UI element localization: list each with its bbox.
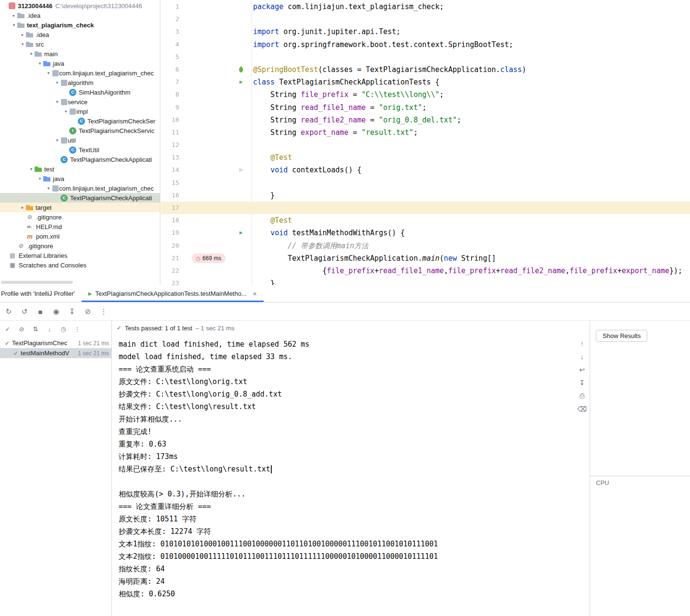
spring-leaf-icon[interactable] [235, 63, 247, 76]
chevron-down-icon[interactable]: ▾ [28, 51, 35, 56]
tree-row[interactable]: ▾java [0, 174, 160, 183]
tree-row[interactable]: ▾impl [0, 107, 160, 116]
code-line[interactable]: 6@SpringBootTest(classes = TextPlagiaris… [161, 63, 690, 76]
tree-row[interactable]: ▸.idea [0, 11, 160, 20]
navigate-icon[interactable]: ↓ [46, 326, 53, 333]
tree-row[interactable]: CTextPlagiarismCheckApplicati [0, 155, 160, 164]
chevron-down-icon[interactable]: ▾ [28, 167, 35, 171]
tree-row-label: TextPlagiarismCheckSer [87, 118, 156, 125]
sort-alphabetically-icon[interactable]: ⇅ [32, 326, 39, 333]
code-line[interactable]: 16 } [161, 189, 690, 202]
tree-row[interactable]: ▾util [0, 135, 160, 145]
tree-row[interactable]: ▸.idea [0, 30, 160, 39]
tree-row[interactable]: ▾main [0, 49, 160, 59]
chevron-down-icon[interactable]: ▾ [54, 138, 61, 143]
sort-by-duration-icon[interactable]: ◷ [60, 326, 67, 333]
code-line[interactable]: 21◷669 ms TextPlagiarismCheckApplication… [161, 252, 690, 265]
code-line[interactable]: 10 String read_file2_name = "orig_0.8_de… [161, 114, 690, 126]
chevron-down-icon[interactable]: ▾ [54, 99, 61, 104]
code-line[interactable]: 14▷ void contextLoads() { [161, 164, 690, 176]
chevron-down-icon[interactable]: ▾ [62, 109, 69, 114]
tab-profile[interactable]: Profile with 'IntelliJ Profiler' [0, 290, 82, 297]
code-line[interactable]: 12 [161, 139, 690, 151]
tree-row-label: HELP.md [36, 223, 62, 230]
tree-row[interactable]: CTextPlagiarismCheckApplicati [0, 193, 160, 203]
show-passed-icon[interactable]: ✓ [4, 326, 12, 333]
tree-row[interactable]: ▾src [0, 39, 160, 49]
suspend-icon[interactable]: ⊘ [84, 307, 92, 316]
tree-row[interactable]: ▾com.linjiajun.text_plagiarism_chec [0, 183, 160, 193]
chevron-right-icon[interactable]: ▸ [19, 205, 26, 210]
code-line[interactable]: 9 String read_file1_name = "orig.txt"; [161, 101, 690, 114]
editor-code[interactable]: 1package com.linjiajun.text_plagiarism_c… [161, 0, 690, 285]
test-tree-item[interactable]: ✓testMainMethodV1 sec 21 ms [0, 348, 111, 358]
code-line[interactable]: 8 String file_prefix = "C:\\test\\long\\… [161, 88, 690, 101]
run-test-icon[interactable]: ▶ [235, 76, 247, 88]
chevron-down-icon[interactable]: ▾ [19, 42, 26, 47]
rerun-failed-tests-icon[interactable]: ↺ [21, 307, 28, 316]
tree-row[interactable]: CTextUtil [0, 145, 160, 155]
tree-row[interactable]: ⊘.gitignore [0, 212, 160, 222]
code-line[interactable]: 3import org.junit.jupiter.api.Test; [161, 25, 690, 38]
code-line[interactable]: 20 // 带参数调用main方法 [161, 240, 690, 252]
tree-row[interactable]: ▾text_plagiarism_check [0, 20, 160, 30]
tree-row[interactable]: CSimHashAlgorithm [0, 87, 160, 97]
more-icon[interactable]: ⋮ [73, 326, 81, 333]
snapshot-icon[interactable]: ◉ [52, 307, 60, 316]
code-line[interactable]: 4import org.springframework.boot.test.co… [161, 38, 690, 51]
chevron-down-icon[interactable]: ▾ [54, 80, 61, 85]
tree-row[interactable]: 3123004446C:\develop\project\3123004446 [0, 1, 160, 11]
tree-horizontal-scrollbar[interactable] [1, 281, 73, 284]
chevron-down-icon[interactable]: ▾ [36, 61, 43, 66]
code-line[interactable]: 1package com.linjiajun.text_plagiarism_c… [161, 0, 690, 13]
soft-wrap-icon[interactable]: ↩ [578, 366, 586, 374]
tree-row[interactable]: ▦Scratches and Consoles [0, 260, 160, 270]
tree-row[interactable]: ▾algorithm [0, 78, 160, 87]
test-tree-item[interactable]: ✓TextPlagiarismChec1 sec 21 ms [0, 338, 111, 348]
scroll-up-icon[interactable]: ↑ [578, 340, 586, 348]
close-tab-icon[interactable]: × [253, 290, 257, 298]
chevron-right-icon[interactable]: ▸ [19, 32, 26, 37]
tree-row[interactable]: ▾com.linjiajun.text_plagiarism_chec [0, 68, 160, 78]
code-line[interactable]: 7▶class TextPlagiarismCheckApplicationTe… [161, 76, 690, 88]
tree-row[interactable]: ITextPlagiarismCheckServic [0, 126, 160, 135]
import-test-results-icon[interactable]: ↧ [68, 307, 76, 316]
tree-row[interactable]: ⊘.gitignore [0, 241, 160, 251]
code-line[interactable]: 2 [161, 13, 690, 25]
tree-row[interactable]: M↓HELP.md [0, 222, 160, 231]
scroll-to-end-icon[interactable]: ↧ [578, 379, 586, 387]
tab-test-run[interactable]: ▶ TextPlagiarismCheckApplicationTests.te… [82, 285, 264, 302]
code-line[interactable]: 22 {file_prefix+read_file1_name,file_pre… [161, 265, 690, 277]
scroll-down-icon[interactable]: ↓ [578, 353, 586, 361]
code-line[interactable]: 19▶ void testMainMethodWithArgs() { [161, 227, 690, 239]
show-results-button[interactable]: Show Results [596, 330, 647, 342]
print-icon[interactable]: ⎙ [578, 392, 586, 400]
more-options-icon[interactable]: ⋮ [100, 307, 108, 316]
tree-row[interactable]: ▾service [0, 97, 160, 107]
code-line[interactable]: 17 [161, 202, 690, 214]
show-ignored-icon[interactable]: ⊘ [18, 326, 25, 333]
clear-console-icon[interactable]: ⌫ [577, 405, 587, 413]
code-line[interactable]: 11 String export_name = "result.txt"; [161, 126, 690, 139]
stop-icon[interactable]: ■ [36, 308, 44, 316]
tree-row[interactable]: CTextPlagiarismCheckSer [0, 116, 160, 126]
chevron-down-icon[interactable]: ▾ [45, 186, 52, 191]
tree-row[interactable]: mpom.xml [0, 231, 160, 241]
tree-row[interactable]: ▾java [0, 59, 160, 68]
run-test-icon[interactable]: ▶ [235, 227, 247, 239]
code-line[interactable]: 13 @Test [161, 151, 690, 164]
run-icon[interactable]: ▷ [235, 164, 247, 176]
chevron-right-icon[interactable]: ▸ [11, 13, 17, 18]
code-line[interactable]: 5 [161, 51, 690, 63]
code-line[interactable]: 23 } [161, 277, 690, 285]
code-line[interactable]: 18 @Test [161, 214, 690, 227]
chevron-down-icon[interactable]: ▾ [45, 71, 52, 75]
tree-row[interactable]: ▤External Libraries [0, 251, 160, 260]
tree-row[interactable]: ▸target [0, 203, 160, 212]
console-output[interactable]: main dict load finished, time elapsed 56… [112, 338, 574, 616]
chevron-down-icon[interactable]: ▾ [36, 176, 43, 181]
chevron-down-icon[interactable]: ▾ [11, 23, 17, 27]
rerun-icon[interactable]: ↻ [5, 307, 12, 316]
tree-row[interactable]: ▾test [0, 164, 160, 174]
code-line[interactable]: 15 [161, 177, 690, 189]
